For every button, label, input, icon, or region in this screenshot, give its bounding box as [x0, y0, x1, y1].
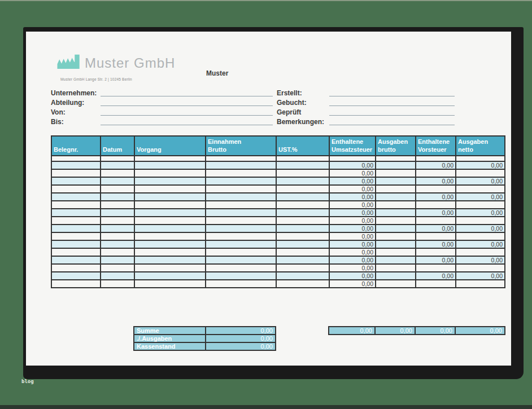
table-cell	[376, 169, 416, 177]
table-cell: 0,00	[329, 256, 376, 264]
form-underline	[329, 115, 455, 116]
table-cell: 0,00	[329, 161, 376, 169]
bottom-edge-strip	[0, 405, 532, 409]
table-cell	[51, 272, 101, 280]
table-cell: 0,00	[329, 240, 376, 248]
form-row: Von:	[51, 107, 285, 116]
table-cell	[276, 280, 329, 288]
table-cell	[276, 169, 329, 177]
table-cell	[134, 240, 206, 248]
summary-value: 0,00	[206, 327, 276, 335]
table-cell: 0,00	[456, 256, 505, 264]
table-cell: 0,00	[416, 209, 456, 217]
form-label: Erstellt:	[277, 89, 302, 97]
summary-value: 0,00	[206, 342, 276, 350]
table-cell	[276, 177, 329, 185]
summary-label: ./.Ausgaben	[134, 335, 206, 342]
table-cell	[206, 209, 276, 217]
summary-left-table: Summe0,00./.Ausgaben0,00Kassenstand0,00	[133, 326, 276, 351]
table-cell	[276, 232, 329, 240]
table-cell	[101, 169, 134, 177]
table-header-row: Belegnr.DatumVorgangEinnahmen BruttoUST.…	[51, 136, 505, 156]
table-cell	[376, 248, 416, 256]
table-row: 0,000,000,00	[51, 225, 505, 232]
summary-row: Summe0,00	[134, 327, 276, 335]
table-row: 0,00	[51, 232, 505, 240]
summary-label: Summe	[134, 327, 206, 335]
column-header: Ausgaben netto	[456, 136, 505, 156]
table-cell	[376, 280, 416, 288]
table-cell	[416, 185, 456, 193]
table-cell	[376, 272, 416, 280]
top-edge-strip	[0, 0, 532, 1]
form-label: Bis:	[51, 118, 64, 126]
table-cell	[206, 217, 276, 225]
table-cell: 0,00	[329, 217, 376, 225]
table-cell	[206, 201, 276, 209]
column-header: Ausgaben brutto	[376, 136, 416, 156]
table-cell	[51, 248, 101, 256]
table-cell	[101, 161, 134, 169]
table-cell	[376, 201, 416, 209]
table-cell	[416, 156, 456, 161]
form-label: Geprüft	[277, 108, 301, 116]
table-row: 0,000,000,00	[51, 161, 505, 169]
table-cell	[51, 177, 101, 185]
table-cell	[376, 209, 416, 217]
table-cell	[51, 201, 101, 209]
table-cell	[51, 169, 101, 177]
table-cell	[416, 248, 456, 256]
form-row: Abteilung:	[51, 97, 285, 107]
table-cell	[134, 161, 206, 169]
table-cell	[134, 201, 206, 209]
column-header: Datum	[101, 136, 134, 156]
form-column-left: Unternehmen: Abteilung: Von: Bis:	[51, 87, 285, 126]
table-cell	[101, 240, 134, 248]
table-cell	[51, 209, 101, 217]
table-cell	[134, 280, 206, 288]
summary-total-cell: 0,00	[329, 327, 375, 335]
table-cell	[456, 217, 505, 225]
form-underline	[101, 96, 273, 96]
table-cell	[276, 225, 329, 232]
table-cell	[276, 217, 329, 225]
table-cell	[206, 256, 276, 264]
table-row: 0,000,000,00	[51, 272, 505, 280]
table-cell	[206, 225, 276, 232]
table-cell	[456, 248, 505, 256]
table-cell	[206, 161, 276, 169]
table-cell: 0,00	[456, 272, 505, 280]
table-cell	[51, 185, 101, 193]
table-row: 0,00	[51, 217, 505, 225]
table-cell	[101, 225, 134, 232]
table-cell	[134, 272, 206, 280]
table-cell	[134, 264, 206, 272]
table-cell	[134, 248, 206, 256]
table-cell	[51, 156, 101, 161]
table-cell: 0,00	[329, 193, 376, 201]
table-cell: 0,00	[456, 193, 505, 201]
table-cell	[134, 156, 206, 161]
table-cell: 0,00	[329, 264, 376, 272]
table-cell	[416, 264, 456, 272]
table-cell	[206, 248, 276, 256]
form-row: Unternehmen:	[51, 87, 285, 97]
table-cell: 0,00	[456, 209, 505, 217]
table-cell: 0,00	[329, 272, 376, 280]
form-label: Von:	[51, 108, 66, 116]
table-cell	[134, 177, 206, 185]
form-underline	[329, 125, 455, 125]
table-row: 0,000,000,00	[51, 209, 505, 217]
table-cell	[101, 177, 134, 185]
table-cell	[276, 264, 329, 272]
table-cell	[101, 201, 134, 209]
table-cell	[51, 193, 101, 201]
table-cell	[206, 272, 276, 280]
form-underline	[329, 96, 455, 96]
table-row: 0,00	[51, 169, 505, 177]
table-cell	[134, 217, 206, 225]
column-header: UST.%	[276, 136, 329, 156]
summary-total-cell: 0,00	[455, 327, 505, 335]
table-cell	[376, 156, 416, 161]
table-cell	[276, 272, 329, 280]
